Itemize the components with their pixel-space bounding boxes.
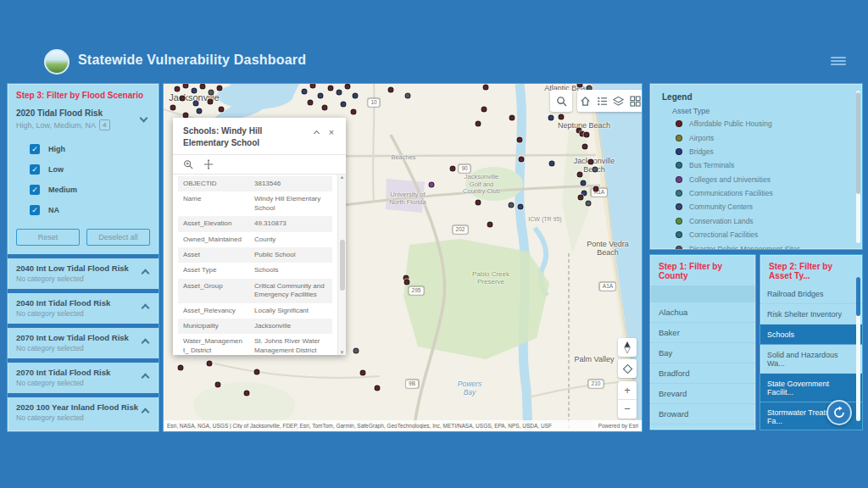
- county-item[interactable]: Baker: [650, 323, 755, 343]
- map-asset-dot[interactable]: [375, 385, 381, 391]
- map-asset-dot[interactable]: [353, 348, 359, 354]
- menu-icon[interactable]: [831, 55, 846, 67]
- map-asset-dot[interactable]: [360, 370, 366, 376]
- flood-scenario-accordion[interactable]: 2040 Int Low Tidal Flood RiskNo category…: [8, 258, 159, 289]
- map-asset-dot[interactable]: [175, 86, 181, 92]
- map-asset-dot[interactable]: [577, 172, 583, 178]
- map-asset-dot[interactable]: [351, 109, 357, 115]
- map-asset-dot[interactable]: [481, 107, 487, 113]
- map-asset-dot[interactable]: [593, 186, 599, 192]
- checkbox-checked-icon[interactable]: ✓: [30, 164, 40, 175]
- map-asset-dot[interactable]: [519, 157, 525, 163]
- map-asset-dot[interactable]: [509, 202, 515, 208]
- flood-scenario-accordion[interactable]: 2070 Int Tidal Flood RiskNo category sel…: [8, 363, 159, 393]
- map-asset-dot[interactable]: [254, 369, 260, 375]
- asset-list-scrollbar[interactable]: [856, 277, 860, 421]
- map-asset-dot[interactable]: [193, 101, 199, 107]
- map-asset-dot[interactable]: [302, 89, 308, 95]
- zoom-to-feature-button[interactable]: [183, 159, 193, 169]
- reset-button[interactable]: Reset: [16, 229, 80, 246]
- map-asset-dot[interactable]: [192, 88, 198, 94]
- map-asset-dot[interactable]: [318, 93, 324, 99]
- scroll-up-icon[interactable]: ▲: [340, 175, 345, 180]
- chevron-up-icon[interactable]: [142, 269, 150, 278]
- map-asset-dot[interactable]: [388, 87, 394, 93]
- flood-scenario-accordion[interactable]: 2020 100 Year Inland Flood RiskNo catego…: [8, 397, 159, 428]
- flood-scenario-accordion[interactable]: 2040 Int Tidal Flood RiskNo category sel…: [8, 293, 159, 324]
- map-asset-dot[interactable]: [582, 144, 588, 150]
- map-view[interactable]: JacksonvilleAtlantic BeachNeptune BeachJ…: [163, 83, 643, 432]
- map-asset-dot[interactable]: [200, 84, 206, 90]
- map-asset-dot[interactable]: [559, 114, 565, 120]
- county-item[interactable]: Broward: [650, 404, 755, 424]
- map-asset-dot[interactable]: [207, 361, 213, 367]
- map-asset-dot[interactable]: [581, 180, 587, 186]
- checkbox-checked-icon[interactable]: ✓: [30, 205, 40, 215]
- map-asset-dot[interactable]: [586, 201, 592, 207]
- map-asset-dot[interactable]: [180, 96, 186, 102]
- asset-type-item[interactable]: Solid and Hazardous Wa...: [760, 345, 862, 374]
- county-item[interactable]: Alachua: [650, 302, 755, 323]
- map-asset-dot[interactable]: [197, 108, 203, 114]
- popup-scrollbar[interactable]: ▲ ▼: [337, 175, 346, 355]
- map-asset-dot[interactable]: [578, 195, 584, 201]
- map-asset-dot[interactable]: [483, 85, 489, 91]
- map-asset-dot[interactable]: [244, 391, 250, 396]
- map-asset-dot[interactable]: [487, 222, 493, 228]
- basemap-gallery-button[interactable]: [627, 90, 643, 112]
- deselect-all-button[interactable]: Deselect all: [86, 229, 150, 246]
- map-asset-dot[interactable]: [518, 204, 524, 210]
- checkbox-checked-icon[interactable]: ✓: [30, 144, 40, 154]
- flood-option[interactable]: ✓High: [8, 139, 159, 159]
- locate-button[interactable]: [618, 359, 637, 378]
- map-asset-dot[interactable]: [404, 280, 410, 286]
- move-pointer-button[interactable]: [203, 159, 214, 169]
- map-search-button[interactable]: [550, 90, 572, 112]
- county-item[interactable]: Brevard: [650, 384, 755, 404]
- map-asset-dot[interactable]: [219, 107, 225, 113]
- chevron-up-icon[interactable]: [142, 339, 150, 347]
- legend-button[interactable]: [594, 90, 611, 112]
- scroll-thumb[interactable]: [340, 240, 345, 291]
- map-asset-dot[interactable]: [353, 93, 359, 99]
- map-asset-dot[interactable]: [215, 382, 221, 388]
- flood-option[interactable]: ✓NA: [8, 200, 159, 220]
- map-asset-dot[interactable]: [405, 93, 411, 99]
- popup-collapse-button[interactable]: [309, 125, 324, 139]
- asset-type-item[interactable]: State Government Facilit...: [760, 374, 862, 402]
- map-asset-dot[interactable]: [588, 159, 594, 165]
- map-asset-dot[interactable]: [337, 90, 342, 96]
- map-asset-dot[interactable]: [217, 86, 223, 92]
- map-asset-dot[interactable]: [208, 99, 214, 105]
- map-asset-dot[interactable]: [322, 105, 328, 111]
- chevron-up-icon[interactable]: [142, 408, 150, 417]
- map-asset-dot[interactable]: [593, 167, 598, 173]
- county-item[interactable]: Bay: [650, 343, 755, 363]
- map-asset-dot[interactable]: [429, 182, 435, 188]
- legend-scrollbar[interactable]: [856, 91, 860, 243]
- zoom-out-button[interactable]: −: [618, 400, 637, 419]
- map-asset-dot[interactable]: [509, 115, 515, 121]
- map-asset-dot[interactable]: [476, 121, 481, 127]
- asset-type-item[interactable]: Schools: [760, 324, 862, 345]
- refresh-button[interactable]: [826, 400, 852, 425]
- map-asset-dot[interactable]: [548, 115, 554, 121]
- scroll-down-icon[interactable]: ▼: [340, 350, 345, 355]
- map-asset-dot[interactable]: [328, 86, 334, 92]
- home-button[interactable]: [577, 90, 594, 112]
- flood-option[interactable]: ✓Medium: [8, 180, 159, 200]
- county-item[interactable]: Calhoun: [650, 424, 755, 430]
- map-asset-dot[interactable]: [549, 161, 555, 167]
- chevron-up-icon[interactable]: [142, 374, 150, 382]
- map-asset-dot[interactable]: [345, 84, 351, 90]
- map-asset-dot[interactable]: [209, 90, 214, 96]
- map-asset-dot[interactable]: [341, 102, 347, 108]
- map-asset-dot[interactable]: [170, 105, 176, 111]
- map-asset-dot[interactable]: [584, 132, 590, 138]
- flood-group-header[interactable]: 2020 Tidal Flood Risk High, Low, Medium,…: [8, 103, 159, 132]
- layers-button[interactable]: [610, 90, 627, 112]
- chevron-up-icon[interactable]: [142, 304, 150, 313]
- checkbox-checked-icon[interactable]: ✓: [30, 185, 40, 195]
- feature-popup[interactable]: Schools: Windy Hill Elementary School × …: [173, 118, 346, 355]
- asset-type-item[interactable]: Risk Shelter Inventory: [760, 304, 862, 324]
